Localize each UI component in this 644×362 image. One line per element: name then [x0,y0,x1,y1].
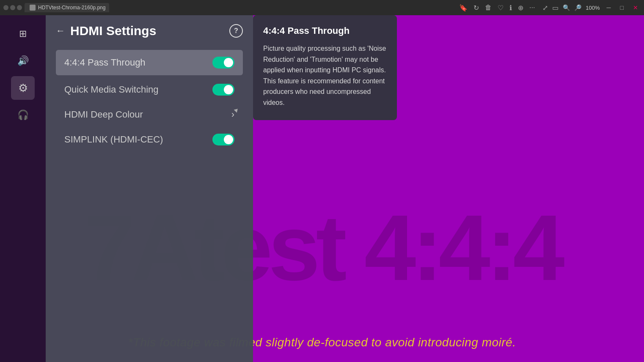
info-body: Picture quality processing such as 'Nois… [263,43,387,108]
setting-row-simplink[interactable]: SIMPLINK (HDMI-CEC) [56,127,243,152]
browser-toolbar: 🔖 ↻ 🗑 ♡ ℹ ⊕ ··· [459,4,535,12]
headset-icon: 🎧 [17,110,29,121]
trash-icon[interactable]: 🗑 [485,4,492,11]
info-icon[interactable]: ℹ [509,4,512,12]
sidebar-item-volume[interactable]: 🔊 [11,49,35,73]
more-icon[interactable]: ··· [529,4,535,11]
hdmi-settings-panel: ← HDMI Settings ? 4:4:4 Pass Through Qui… [46,15,253,362]
left-sidebar: ⊞ 🔊 ⚙ 🎧 [0,15,46,362]
setting-row-qms[interactable]: Quick Media Switching [56,77,243,102]
chevron-right-icon: › [231,109,234,120]
setting-row-deep-colour[interactable]: HDMI Deep Colour › [56,102,243,127]
toggle-qms[interactable] [212,84,234,96]
window-dots [3,5,22,10]
tab-favicon [30,5,36,11]
dot-maximize[interactable] [17,5,22,10]
browser-right-controls: ⤢ ▭ 🔍 🔎 100% ─ □ ✕ [542,4,641,12]
bookmark-icon[interactable]: 🔖 [459,4,468,12]
sidebar-item-settings[interactable]: ⚙ [11,76,35,100]
win-close[interactable]: ✕ [630,4,641,11]
zoom-out-icon[interactable]: 🔍 [563,4,570,11]
setting-label-qms: Quick Media Switching [64,84,159,95]
info-panel: 4:4:4 Pass Through Picture quality proce… [253,15,397,120]
back-button[interactable]: ← [56,25,65,36]
toggle-knob-qms [224,85,233,94]
toggle-simplink[interactable] [212,134,234,145]
dot-minimize[interactable] [10,5,15,10]
toggle-knob-simplink [224,135,233,144]
settings-icon: ⚙ [18,82,28,95]
help-button[interactable]: ? [229,24,243,38]
grid-icon: ⊞ [19,28,27,39]
setting-label-deep-colour: HDMI Deep Colour [64,109,143,120]
sidebar-item-grid[interactable]: ⊞ [11,22,35,46]
setting-label-444: 4:4:4 Pass Through [64,57,146,68]
heart-icon[interactable]: ♡ [498,4,504,12]
setting-label-simplink: SIMPLINK (HDMI-CEC) [64,134,163,145]
toggle-444[interactable] [212,57,234,69]
zoom-in-icon[interactable]: 🔎 [574,4,581,11]
zoom-level: 100% [586,5,600,11]
expand-icon[interactable]: ⤢ [542,4,548,12]
pip-icon[interactable]: ▭ [552,4,559,12]
browser-tab[interactable]: HDTVtest-Chroma-2160p.png [25,3,109,12]
browser-chrome: HDTVtest-Chroma-2160p.png 🔖 ↻ 🗑 ♡ ℹ ⊕ ··… [0,0,644,15]
panel-header: ← HDMI Settings ? [56,24,243,38]
share-icon[interactable]: ⊕ [518,4,523,12]
sidebar-item-headset[interactable]: 🎧 [11,103,35,127]
tab-title: HDTVtest-Chroma-2160p.png [38,5,105,11]
dot-close[interactable] [3,5,8,10]
refresh-icon[interactable]: ↻ [473,4,479,12]
win-maximize[interactable]: □ [618,4,626,11]
setting-row-444[interactable]: 4:4:4 Pass Through [56,50,243,75]
info-title: 4:4:4 Pass Through [263,25,387,36]
volume-icon: 🔊 [17,55,29,66]
win-minimize[interactable]: ─ [604,4,614,11]
toggle-knob-444 [224,58,233,67]
panel-title: HDMI Settings [70,24,224,38]
